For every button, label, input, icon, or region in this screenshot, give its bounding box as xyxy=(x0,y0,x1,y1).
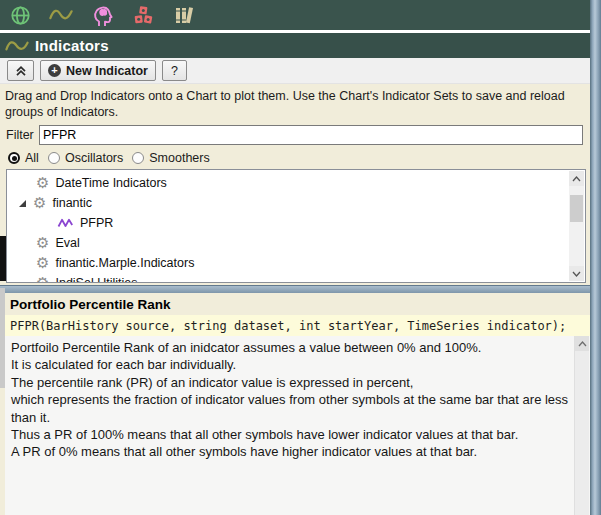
new-indicator-button[interactable]: + New Indicator xyxy=(40,60,156,81)
radio-oscillators[interactable]: Oscillators xyxy=(48,151,123,165)
background-window-sliver-dark xyxy=(0,236,6,281)
description-line: which represents the fraction of indicat… xyxy=(11,391,571,408)
cubes-icon[interactable] xyxy=(131,4,155,26)
tree-item-eval[interactable]: ⚙ Eval xyxy=(7,233,585,253)
horizontal-splitter[interactable] xyxy=(0,285,590,293)
description-line: It is calculated for each bar individual… xyxy=(11,356,571,373)
chevron-up-icon xyxy=(578,341,587,347)
radio-all-label: All xyxy=(25,151,39,165)
new-indicator-label: New Indicator xyxy=(66,64,148,78)
tree-item-label: PFPR xyxy=(80,216,113,230)
sine-wave-icon[interactable] xyxy=(49,4,73,26)
radio-smoothers-label: Smoothers xyxy=(149,151,209,165)
panel-header: Indicators xyxy=(0,33,590,58)
chevron-up-icon xyxy=(572,176,581,182)
indicators-panel-window: Indicators + New Indicator ? Drag and Dr… xyxy=(0,0,601,515)
indicators-wave-icon xyxy=(5,35,29,57)
tree-item-label: finantic xyxy=(52,196,92,210)
tree-item-indisel-utilities[interactable]: ⚙ IndiSel Utilities xyxy=(7,273,585,283)
gear-icon: ⚙ xyxy=(36,236,49,250)
gear-icon: ⚙ xyxy=(36,276,49,283)
detail-scrollbar[interactable] xyxy=(574,336,589,515)
button-toolbar: + New Indicator ? xyxy=(0,58,590,84)
intro-text: Drag and Drop Indicators onto a Chart to… xyxy=(0,84,589,123)
tree-item-pfpr[interactable]: PFPR xyxy=(7,213,585,233)
detail-title: Portfolio Percentile Rank xyxy=(5,293,590,315)
gear-icon: ⚙ xyxy=(33,196,46,210)
filter-row: Filter xyxy=(0,123,590,150)
description-line: Portfoilo Percentile Rank of an inidcato… xyxy=(11,339,571,356)
radio-smoothers-circle[interactable] xyxy=(132,152,144,164)
indicators-panel: Indicators + New Indicator ? Drag and Dr… xyxy=(0,0,590,515)
radio-all[interactable]: All xyxy=(8,151,39,165)
scroll-up-button[interactable] xyxy=(569,171,584,186)
globe-icon[interactable] xyxy=(8,4,32,26)
panel-title: Indicators xyxy=(35,37,109,54)
indicator-tree: ⚙ DateTime Indicators ⚙ finantic PFPR xyxy=(6,169,586,283)
description-line: A PR of 0% means that all other symbols … xyxy=(11,443,571,460)
purple-wave-icon xyxy=(57,217,74,229)
tree-item-label: finantic.Marple.Indicators xyxy=(55,256,194,270)
plus-circle-icon: + xyxy=(48,64,61,77)
help-button[interactable]: ? xyxy=(162,60,187,81)
radio-filter-row: All Oscillators Smoothers xyxy=(0,150,590,169)
books-icon[interactable] xyxy=(172,4,196,26)
expanded-triangle-icon[interactable] xyxy=(19,200,26,207)
description-line: Thus a PR of 100% means that all other s… xyxy=(11,426,571,443)
chevron-down-icon xyxy=(572,271,581,277)
gear-icon: ⚙ xyxy=(36,176,49,190)
tree-item-label: IndiSel Utilities xyxy=(55,276,137,283)
tree-item-datetime-indicators[interactable]: ⚙ DateTime Indicators xyxy=(7,173,585,193)
radio-oscillators-circle[interactable] xyxy=(48,152,60,164)
tree-item-label: Eval xyxy=(55,236,79,250)
detail-scroll-up-button[interactable] xyxy=(575,336,589,351)
vertical-splitter[interactable] xyxy=(590,0,601,515)
indicator-detail-pane: Portfolio Percentile Rank PFPR(BarHistor… xyxy=(5,293,590,515)
filter-label: Filter xyxy=(6,128,39,142)
radio-all-circle[interactable] xyxy=(8,152,20,164)
detail-signature: PFPR(BarHistory source, string dataset, … xyxy=(5,315,590,336)
tree-scrollbar-thumb[interactable] xyxy=(570,195,583,222)
radio-oscillators-label: Oscillators xyxy=(65,151,123,165)
gear-icon: ⚙ xyxy=(36,256,49,270)
tree-scrollbar[interactable] xyxy=(569,171,584,281)
tree-item-label: DateTime Indicators xyxy=(55,176,166,190)
head-brain-icon[interactable] xyxy=(90,4,114,26)
tree-container: ⚙ DateTime Indicators ⚙ finantic PFPR xyxy=(0,169,590,285)
tree-item-finantic-marple[interactable]: ⚙ finantic.Marple.Indicators xyxy=(7,253,585,273)
tree-item-finantic[interactable]: ⚙ finantic xyxy=(7,193,585,213)
double-chevron-up-icon xyxy=(15,65,27,77)
scroll-down-button[interactable] xyxy=(569,266,584,281)
collapse-button[interactable] xyxy=(7,60,34,81)
radio-smoothers[interactable]: Smoothers xyxy=(132,151,209,165)
filter-input[interactable] xyxy=(39,125,583,145)
description-line: than it. xyxy=(11,409,571,426)
description-line: The percentile rank (PR) of an indicator… xyxy=(11,374,571,391)
app-icon-toolbar xyxy=(0,0,590,30)
background-window-sliver-light xyxy=(0,288,5,388)
detail-description: Portfoilo Percentile Rank of an inidcato… xyxy=(5,336,577,461)
